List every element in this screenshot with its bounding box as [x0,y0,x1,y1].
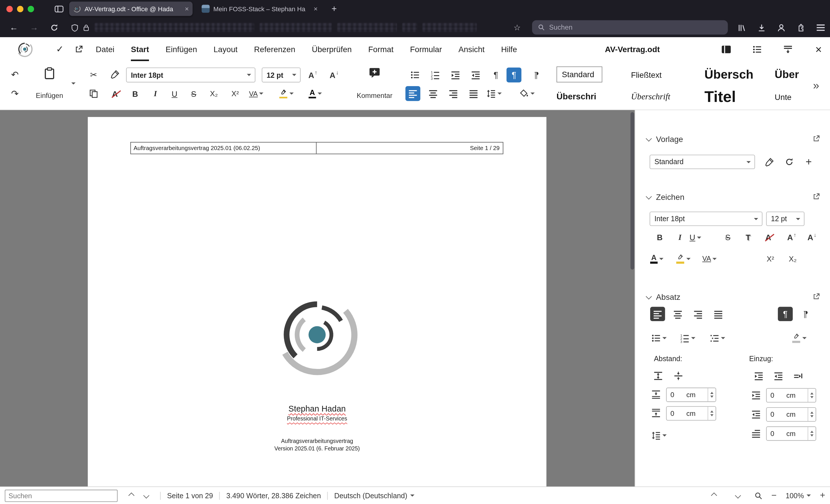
browser-tab-active[interactable]: AV-Vertrag.odt - Office @ Hada × [69,2,193,16]
search-next-button[interactable] [139,487,154,504]
font-color-button[interactable]: A [309,86,322,101]
tracking-shield-icon[interactable] [69,21,80,34]
bullet-list-button[interactable] [408,67,422,82]
subscript-button[interactable]: X₂ [206,86,221,101]
extensions-icon[interactable] [794,21,807,34]
toolbar-overflow-button[interactable]: » [813,79,819,92]
character-spacing-button[interactable]: VA [249,86,264,101]
sidebar-align-right-button[interactable] [691,307,705,321]
back-button[interactable]: ← [7,21,20,34]
spinner-stepper[interactable] [807,427,816,440]
style-ueberschrift-preview[interactable]: Übersch [701,64,771,85]
shrink-font-button[interactable]: A↓ [327,67,342,82]
sidebar-line-spacing-button[interactable] [651,428,667,442]
open-in-new-icon[interactable] [72,43,86,56]
sidebar-numbered-list-button[interactable] [680,331,695,345]
align-left-button-active[interactable] [406,86,420,101]
insert-comment-icon[interactable] [367,65,382,80]
firefox-view-button[interactable] [54,4,64,13]
section-header-paragraph[interactable]: Absatz [646,292,680,301]
sidebar-bullet-list-button[interactable] [651,331,667,345]
forward-button[interactable]: → [28,21,40,34]
sidebar-font-size-combobox[interactable]: 12 pt [766,212,804,226]
sidebar-underline-button[interactable]: U [690,230,701,244]
sidebar-align-center-button[interactable] [670,307,685,321]
space-above-spinner[interactable]: 0 cm [666,388,716,402]
update-style-button[interactable] [781,155,797,169]
sidebar-clear-formatting-button[interactable]: A [761,230,776,244]
font-size-combobox[interactable]: 12 pt [262,67,300,82]
collapse-ribbon-icon[interactable] [781,43,794,56]
new-tab-button[interactable]: + [328,2,340,15]
macos-zoom-button[interactable] [28,5,34,12]
url-bar-redacted[interactable] [95,23,510,32]
zoom-level-selector[interactable]: 100% [786,492,811,500]
style-untertitel[interactable]: Unte [771,85,812,108]
zoom-out-button[interactable]: − [771,490,776,501]
sidebar-paragraph-background-button[interactable] [792,331,807,345]
style-titel[interactable]: Titel [701,85,771,108]
reload-button[interactable] [48,21,61,34]
sidebar-font-name-combobox[interactable]: Inter 18pt [649,212,762,226]
page-indicator[interactable]: Seite 1 von 29 [167,492,213,500]
document-page[interactable]: Auftragsverarbeitungsvertrag 2025.01 (06… [88,117,546,486]
superscript-button[interactable]: X² [228,86,243,101]
search-previous-button[interactable] [124,487,139,504]
spinner-stepper[interactable] [807,408,816,421]
next-page-button[interactable] [730,493,745,498]
vertical-scrollbar-thumb[interactable] [631,112,634,270]
menu-referenzen[interactable]: Referenzen [254,37,295,61]
paragraph-mark-button[interactable]: ¶ [488,67,504,82]
highlight-color-button[interactable] [279,86,294,101]
menu-formular[interactable]: Formular [410,37,442,61]
bookmark-star-icon[interactable]: ☆ [511,21,523,34]
sidebar-bold-button[interactable]: B [652,230,667,244]
macos-minimize-button[interactable] [17,5,23,12]
paragraph-section-dialog-icon[interactable] [812,292,821,300]
align-right-button[interactable] [446,86,461,101]
language-selector[interactable]: Deutsch (Deutschland) [334,492,414,500]
section-header-style[interactable]: Vorlage [646,134,683,143]
spinner-stepper[interactable] [707,388,715,401]
zoom-reset-icon[interactable] [754,492,762,500]
add-style-button[interactable]: + [801,155,816,169]
sidebar-subscript-button[interactable]: X₂ [785,251,800,266]
indent-mirror-button[interactable] [791,368,805,383]
copy-button[interactable] [86,86,101,101]
first-line-indent-spinner[interactable]: 0 cm [766,427,816,441]
style-preview-truncated[interactable]: Über [771,64,812,85]
strikethrough-button[interactable]: S [186,86,201,101]
account-icon[interactable] [775,21,787,34]
tab-close-icon[interactable]: × [314,5,318,13]
font-name-combobox[interactable]: Inter 18pt [126,67,256,82]
clone-formatting-button[interactable] [107,67,123,82]
menu-einfuegen[interactable]: Einfügen [166,37,197,61]
save-status-check-icon[interactable]: ✓ [53,43,67,56]
style-ueberschrift-2[interactable]: Überschri [553,85,628,108]
tab-close-icon[interactable]: × [185,5,189,13]
grow-font-button[interactable]: A↑ [306,67,320,82]
previous-page-button[interactable] [706,493,721,498]
spacing-increase-button[interactable] [651,368,666,383]
sidebar-toggle-icon[interactable] [719,43,733,56]
sidebar-italic-button[interactable]: I [673,230,688,244]
menu-start-active[interactable]: Start [131,37,149,61]
new-style-from-selection-button[interactable] [762,155,777,169]
sidebar-grow-font-button[interactable]: A↑ [784,230,799,244]
style-fliesstext[interactable]: Fließtext [628,64,701,85]
space-below-spinner[interactable]: 0 cm [666,406,716,421]
chevron-down-icon[interactable] [646,193,652,199]
comment-button-label[interactable]: Kommentar [345,92,404,100]
menu-hilfe[interactable]: Hilfe [501,37,517,61]
ltr-direction-button-active[interactable]: ¶ [778,307,793,321]
chevron-down-icon[interactable] [754,218,758,222]
chevron-down-icon[interactable] [292,74,296,78]
sidebar-shrink-font-button[interactable]: A↓ [804,230,819,244]
sidebar-character-spacing-button[interactable]: VA [702,251,717,266]
formatting-marks-toggle-active[interactable]: ¶ [507,67,522,82]
align-center-button[interactable] [426,86,441,101]
zoom-in-button[interactable]: + [820,490,825,501]
chevron-down-icon[interactable] [746,161,751,165]
sidebar-highlight-color-button[interactable] [676,251,691,266]
close-document-icon[interactable]: × [812,43,825,56]
